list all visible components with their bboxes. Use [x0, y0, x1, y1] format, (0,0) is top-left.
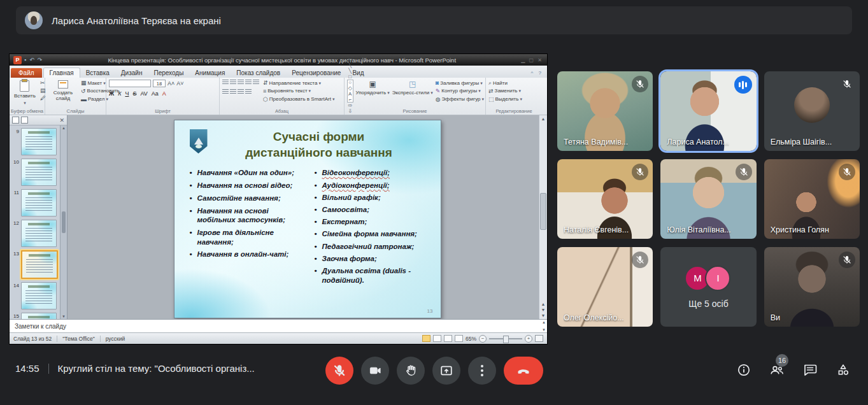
scrollbar-thumb[interactable]	[540, 193, 546, 230]
end-call-button[interactable]	[504, 357, 543, 385]
align-buttons[interactable]	[222, 89, 260, 96]
mic-off-icon	[839, 164, 855, 180]
zoom-in-icon[interactable]: +	[525, 335, 532, 343]
scroll-down-icon[interactable]: ▼	[541, 313, 546, 318]
tab-home[interactable]: Главная	[43, 68, 80, 78]
bullet-item: Екстернат;	[313, 217, 432, 227]
previous-slide-icon[interactable]: ▲	[541, 302, 546, 306]
participant-tile[interactable]: Юлія Віталіївна...	[660, 159, 756, 239]
notes-pane[interactable]: Заметки к слайду ▲▼	[10, 319, 547, 332]
thumbnail-scrollbar[interactable]: ▲ ▼	[60, 125, 67, 319]
editor-scrollbar[interactable]: ▲ ▲ ▼ ▼	[539, 115, 547, 319]
underline-button[interactable]: Ч	[125, 90, 129, 97]
shape-outline-button[interactable]: ✎Контур фигуры	[436, 88, 484, 95]
slide-sorter-view-icon[interactable]	[433, 335, 441, 342]
meeting-details-button[interactable]	[736, 362, 752, 378]
paste-button[interactable]: Вставить	[12, 80, 38, 106]
scroll-up-icon[interactable]: ▲	[541, 117, 546, 121]
camera-toggle-button[interactable]	[361, 357, 389, 385]
participant-tile[interactable]: Христина Голян	[764, 159, 860, 239]
slide-page-number: 13	[427, 308, 433, 314]
chat-button[interactable]	[802, 362, 818, 378]
bullet-item: Самоосвіта;	[313, 205, 432, 215]
activities-button[interactable]	[835, 362, 851, 378]
font-name-combobox[interactable]	[109, 80, 151, 87]
save-icon[interactable]: ▪	[24, 57, 27, 63]
list-buttons[interactable]	[222, 80, 260, 86]
slide-thumbnail[interactable]: 15	[11, 313, 59, 319]
screenshare-region: P ▪ ↶ ↷ Кінцева презентація: Особливості…	[10, 54, 547, 344]
shapes-gallery[interactable]: ▭╲╲□○◇ A⌐⇨⇩◠☆	[347, 80, 353, 103]
normal-view-icon[interactable]	[422, 335, 430, 342]
change-case-icon[interactable]: Aa	[152, 90, 159, 97]
slideshow-view-icon[interactable]	[455, 335, 463, 342]
italic-button[interactable]: К	[118, 90, 121, 97]
tab-design[interactable]: Дизайн	[115, 68, 148, 78]
scrollbar-thumb[interactable]	[62, 211, 66, 233]
minimize-ribbon-icon[interactable]: ^ ?	[531, 70, 543, 76]
participant-tile-active-speaker[interactable]: Лариса Анатол...	[660, 71, 756, 151]
grow-font-icon[interactable]: A˄	[167, 80, 174, 87]
mic-toggle-button[interactable]	[325, 357, 353, 385]
participant-tile[interactable]: Наталія Євгенів...	[557, 159, 653, 239]
shape-effects-button[interactable]: ◍Эффекты фигур	[436, 96, 484, 103]
strikethrough-button[interactable]: S	[132, 90, 136, 97]
more-participants-tile[interactable]: M I Ще 5 осіб	[660, 247, 756, 327]
window-title: Кінцева презентація: Особливості організ…	[45, 57, 518, 64]
powerpoint-titlebar[interactable]: P ▪ ↶ ↷ Кінцева презентація: Особливості…	[10, 54, 547, 66]
participant-tile[interactable]: Ельміра Шаігів...	[764, 71, 860, 151]
arrange-button[interactable]: Упорядочить	[356, 90, 390, 96]
next-slide-icon[interactable]: ▼	[541, 308, 546, 312]
zoom-slider[interactable]	[489, 338, 522, 339]
slide-thumbnail-selected[interactable]: 13	[11, 250, 59, 279]
notes-scroll-down-icon[interactable]: ▼	[542, 328, 546, 332]
redo-icon[interactable]: ↷	[38, 57, 43, 63]
smartart-button[interactable]: ⬡Преобразовать в SmartArt	[263, 96, 334, 103]
slide-thumbnail[interactable]: 10	[11, 159, 59, 186]
tab-review[interactable]: Рецензирование	[286, 68, 346, 78]
text-direction-button[interactable]: ⇵Направление текста	[263, 80, 334, 87]
find-button[interactable]: ⌕Найти	[488, 80, 522, 87]
self-view-tile[interactable]: Ви	[764, 247, 860, 327]
select-button[interactable]: ⬚Выделить	[488, 96, 522, 103]
undo-icon[interactable]: ↶	[29, 57, 35, 63]
reading-view-icon[interactable]	[444, 335, 452, 342]
scroll-up-icon[interactable]: ▲	[62, 126, 66, 130]
shrink-font-icon[interactable]: A˅	[176, 80, 183, 87]
bold-button[interactable]: Ж	[109, 90, 114, 97]
align-text-button[interactable]: ≡Выровнять текст	[263, 88, 334, 95]
shape-fill-button[interactable]: ◙Заливка фигуры	[436, 80, 484, 87]
bullet-item: Ігрове та діяльнісне навчання;	[189, 228, 307, 246]
tab-animations[interactable]: Анимация	[189, 68, 231, 78]
clipboard-icon	[20, 80, 29, 92]
font-size-combobox[interactable]: 18	[153, 80, 166, 87]
language-indicator[interactable]: русский	[106, 336, 125, 342]
fit-to-window-icon[interactable]	[535, 335, 543, 342]
slide-thumbnail[interactable]: 11	[11, 189, 59, 217]
replace-button[interactable]: ⇄Заменить	[488, 88, 522, 95]
zoom-out-icon[interactable]: −	[479, 335, 487, 343]
participants-button[interactable]: 16	[769, 362, 785, 378]
scroll-down-icon[interactable]: ▼	[62, 315, 66, 318]
character-spacing-icon[interactable]: AV	[140, 90, 147, 97]
slides-tab-icon[interactable]	[12, 117, 19, 124]
participant-tile[interactable]: Тетяна Вадимів...	[557, 71, 653, 151]
tab-slideshow[interactable]: Показ слайдов	[231, 68, 286, 78]
window-controls[interactable]: ▁ ▢ ✕	[521, 57, 543, 63]
present-screen-button[interactable]	[432, 357, 460, 385]
more-options-button[interactable]	[468, 357, 496, 385]
new-slide-button[interactable]: Создать слайд	[48, 80, 78, 102]
font-color-icon[interactable]: A	[162, 90, 166, 97]
notes-scroll-up-icon[interactable]: ▲	[542, 320, 546, 324]
slide-thumbnail[interactable]: 12	[11, 220, 59, 247]
quick-styles-button[interactable]: Экспресс-стили	[392, 90, 433, 96]
raise-hand-button[interactable]	[397, 357, 425, 385]
tab-insert[interactable]: Вставка	[80, 68, 115, 78]
tab-transitions[interactable]: Переходы	[148, 68, 189, 78]
slide-thumbnail[interactable]: 14	[11, 282, 59, 309]
slide-thumbnail[interactable]: 9	[11, 128, 59, 155]
participant-tile[interactable]: Олег Олексійо...	[557, 247, 653, 327]
tab-file[interactable]: Файл	[11, 68, 42, 78]
close-panel-icon[interactable]: ✕	[59, 117, 64, 124]
outline-tab-icon[interactable]	[21, 117, 28, 124]
